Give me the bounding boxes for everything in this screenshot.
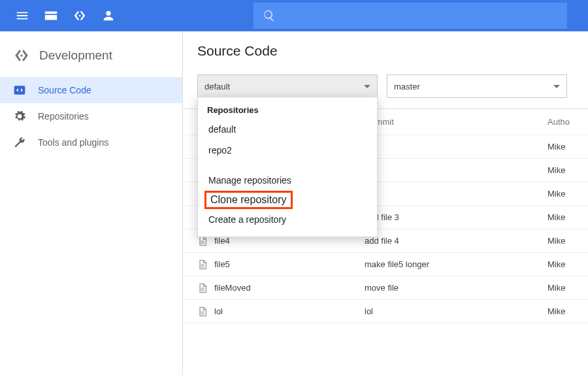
branch-dropdown-value: master: [394, 82, 420, 91]
person-icon: [101, 8, 116, 23]
table-row[interactable]: lollolMike: [183, 300, 588, 323]
commit-author: Mike: [547, 236, 588, 246]
repository-dropdown[interactable]: default: [197, 74, 378, 98]
sidebar-item-label: Repositories: [38, 111, 89, 122]
sidebar-item-source-code[interactable]: Source Code: [0, 77, 182, 103]
sidebar-item-label: Source Code: [38, 85, 91, 95]
commit-author: Mike: [547, 283, 588, 293]
file-icon: [197, 259, 208, 270]
commit-author: Mike: [547, 306, 588, 316]
table-row[interactable]: fileMovedmove fileMike: [183, 276, 588, 300]
card-icon: [44, 8, 58, 23]
svg-rect-2: [14, 86, 25, 94]
commit-message: lol: [365, 306, 547, 316]
repository-dropdown-menu: Repositories default repo2 Manage reposi…: [197, 97, 378, 237]
billing-button[interactable]: [37, 0, 65, 31]
sidebar-item-label: Tools and plugins: [38, 137, 108, 148]
sidebar-title: Development: [39, 48, 112, 63]
repo-option-default[interactable]: default: [198, 119, 377, 140]
table-row[interactable]: file5make file5 longerMike: [183, 253, 588, 276]
commit-message: e 1: [365, 165, 547, 175]
page-title: Source Code: [183, 43, 588, 74]
sidebar-header: Development: [0, 31, 182, 77]
commit-message: add file 3: [365, 212, 547, 222]
commit-message: e 2: [365, 189, 547, 199]
sidebar: Development Source Code Repositories Too…: [0, 31, 183, 375]
table-header-commit: Commit: [365, 117, 547, 127]
search-box[interactable]: [253, 3, 567, 29]
manage-repositories-action[interactable]: Manage repositories: [198, 170, 377, 191]
clone-repository-action[interactable]: Clone repository: [198, 191, 377, 209]
dev-bracket-icon: [73, 8, 87, 23]
commit-author: Mike: [547, 189, 588, 199]
file-name: file5: [214, 259, 230, 269]
file-icon: [197, 283, 208, 293]
chevron-down-icon: [364, 85, 370, 88]
sidebar-item-tools[interactable]: Tools and plugins: [0, 129, 182, 155]
commit-message: move file: [365, 283, 547, 293]
dropdown-separator: [198, 161, 377, 170]
gear-icon: [13, 110, 26, 123]
clone-repository-label: Clone repository: [204, 191, 293, 209]
hamburger-icon: [15, 8, 29, 23]
commit-author: Mike: [547, 212, 588, 222]
commit-message: make file5 longer: [365, 259, 547, 269]
svg-point-1: [20, 54, 22, 56]
branch-dropdown[interactable]: master: [387, 74, 567, 98]
svg-point-0: [79, 15, 81, 17]
commit-author: Mike: [547, 165, 588, 175]
menu-button[interactable]: [8, 0, 37, 31]
sidebar-item-repositories[interactable]: Repositories: [0, 103, 182, 129]
search-icon: [263, 9, 276, 22]
commit-author: Mike: [547, 142, 588, 152]
dev-bracket-icon: [13, 47, 30, 64]
commit-message: add file 4: [365, 236, 547, 246]
file-name: fileMoved: [214, 283, 251, 293]
repository-dropdown-value: default: [204, 82, 230, 91]
development-button[interactable]: [65, 0, 94, 31]
commit-author: Mike: [547, 259, 588, 269]
commit-message: e 0: [365, 142, 547, 152]
repo-option-repo2[interactable]: repo2: [198, 140, 377, 161]
file-name: lol: [214, 306, 223, 316]
dropdown-group-label: Repositories: [198, 97, 377, 119]
file-icon: [197, 306, 208, 317]
create-repository-action[interactable]: Create a repository: [198, 209, 377, 230]
file-name: file4: [214, 236, 230, 246]
wrench-icon: [13, 136, 26, 149]
table-header-author: Autho: [547, 117, 588, 127]
topbar: [0, 0, 588, 31]
main-content: Source Code default master N Commit Auth…: [183, 31, 588, 375]
code-icon: [13, 84, 26, 97]
chevron-down-icon: [553, 85, 560, 88]
account-button[interactable]: [94, 0, 123, 31]
